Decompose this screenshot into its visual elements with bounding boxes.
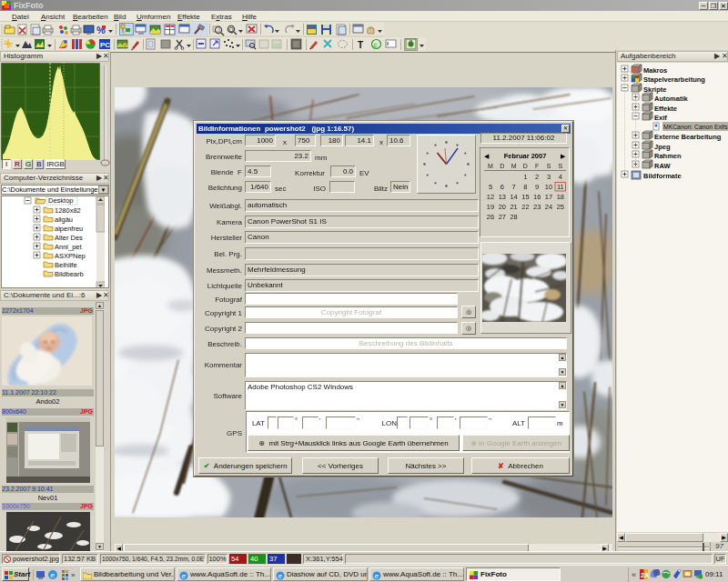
svg-text:18: 18 [557,193,564,201]
svg-text:14: 14 [510,193,517,201]
svg-text:1280x82: 1280x82 [55,206,81,215]
svg-text:8: 8 [523,183,527,191]
svg-text:22: 22 [521,203,529,211]
svg-text:9: 9 [535,183,539,191]
svg-text:20: 20 [499,203,506,211]
svg-text:19: 19 [487,203,494,211]
svg-text:M: M [511,163,517,169]
svg-text:c: c [374,41,378,49]
svg-text:28: 28 [510,213,517,221]
svg-text:e: e [278,572,283,580]
svg-text:ASXPNep: ASXPNep [55,252,86,260]
svg-text:15: 15 [521,193,529,201]
svg-text:24: 24 [545,203,552,211]
svg-text:7: 7 [512,183,516,191]
svg-text:allgäu: allgäu [55,216,73,224]
svg-text:Beihilfe: Beihilfe [55,261,77,269]
svg-text:10: 10 [545,183,552,191]
svg-text:6: 6 [500,183,504,191]
svg-text:Exif: Exif [654,114,667,122]
svg-text:M: M [488,163,493,169]
svg-text:alpenfreu: alpenfreu [55,225,83,233]
svg-text:Alter Des: Alter Des [55,234,83,242]
svg-text:21: 21 [510,203,517,211]
svg-text:27: 27 [499,213,506,221]
svg-text:S: S [547,163,551,169]
svg-text:F: F [535,163,539,169]
svg-text:3: 3 [547,173,551,181]
svg-text:4: 4 [559,173,562,181]
svg-text:17: 17 [545,193,552,201]
svg-text:2: 2 [535,173,539,181]
svg-text:Desktop: Desktop [48,196,74,205]
svg-text:T: T [358,40,363,50]
svg-text:23: 23 [533,203,541,211]
svg-text:13: 13 [499,193,506,201]
svg-text:«: « [632,570,636,579]
svg-text:Jpeg: Jpeg [654,143,671,151]
svg-text:Externe Bearbeitung: Externe Bearbeitung [654,133,722,141]
svg-text:2A: 2A [641,572,649,578]
svg-text:Stapelverarbeitung: Stapelverarbeitung [643,75,705,84]
svg-text:»: » [71,571,76,579]
svg-text:5: 5 [489,183,492,191]
svg-text:D: D [500,163,504,169]
svg-text:Q: Q [228,26,234,34]
svg-text:16: 16 [533,193,541,201]
svg-text:25: 25 [557,203,564,211]
svg-text:Effekte: Effekte [654,105,677,113]
svg-text:MKCanon: Canon Exifs u: MKCanon: Canon Exifs u [663,124,728,130]
svg-text:12: 12 [487,193,494,201]
svg-text:Bildformate: Bildformate [643,172,682,180]
svg-text:11: 11 [557,183,564,191]
svg-text:e: e [51,571,56,579]
svg-text:e: e [375,572,379,580]
svg-text:Anni_pet: Anni_pet [55,243,83,251]
svg-text:Makros: Makros [643,66,667,75]
svg-text:RAW: RAW [654,162,671,170]
svg-text:Rahmen: Rahmen [654,152,682,160]
svg-text:Bildbearb: Bildbearb [55,270,84,278]
svg-text:PC: PC [100,41,110,49]
svg-text:26: 26 [487,213,494,221]
svg-text:S: S [558,163,562,169]
svg-text:Automatik: Automatik [654,95,688,103]
svg-text:D: D [523,163,528,169]
svg-text:1: 1 [523,173,527,181]
svg-text:e: e [182,572,187,580]
